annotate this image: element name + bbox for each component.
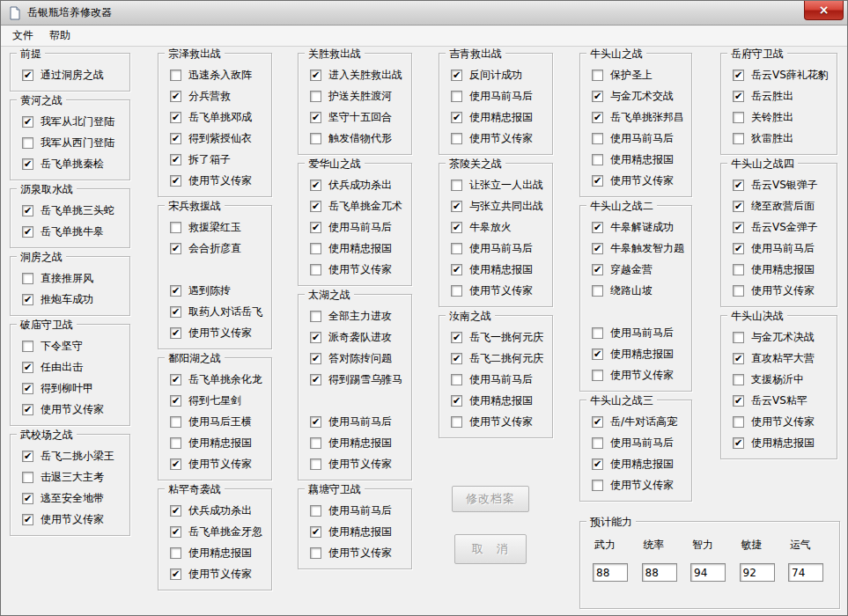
checkbox-row[interactable]: 使用马前马后: [441, 238, 550, 259]
checkbox-row[interactable]: ✔反间计成功: [441, 64, 550, 85]
checkbox-row[interactable]: 让张立一人出战: [441, 174, 550, 195]
checkbox[interactable]: ✔: [733, 353, 744, 364]
checkbox-row[interactable]: ✔取药人对话岳飞: [160, 301, 269, 322]
checkbox-row[interactable]: ✔穿越金营: [582, 259, 689, 280]
checkbox[interactable]: ✔: [733, 180, 744, 191]
checkbox[interactable]: ✔: [170, 91, 181, 102]
checkbox[interactable]: ✔: [170, 374, 181, 385]
checkbox[interactable]: ✔: [451, 332, 462, 343]
checkbox-row[interactable]: ✔任由出击: [12, 356, 128, 378]
checkbox-row[interactable]: ✔使用节义传家: [160, 170, 269, 191]
checkbox-row[interactable]: 使用马前马后: [582, 432, 689, 453]
checkbox-row[interactable]: ✔使用精忠报国: [441, 259, 550, 280]
checkbox[interactable]: ✔: [170, 133, 181, 144]
checkbox[interactable]: ✔: [22, 158, 33, 170]
checkbox-row[interactable]: 护送关胜渡河: [300, 85, 409, 106]
checkbox-row[interactable]: 使用马前马后: [582, 322, 689, 343]
checkbox[interactable]: ✔: [310, 374, 321, 385]
checkbox-row[interactable]: ✔岳飞单挑三头蛇: [12, 200, 128, 221]
checkbox-row[interactable]: ✔岳飞单挑牛皋: [12, 221, 128, 242]
checkbox-row[interactable]: ✔遇到陈抟: [160, 280, 269, 301]
checkbox[interactable]: [310, 264, 321, 275]
stat-value-input[interactable]: [642, 563, 677, 582]
checkbox-row[interactable]: ✔使用节义传家: [160, 563, 269, 584]
checkbox[interactable]: ✔: [310, 332, 321, 343]
checkbox[interactable]: [310, 547, 321, 559]
checkbox[interactable]: [592, 327, 603, 339]
checkbox-row[interactable]: ✔我军从北门登陆: [12, 111, 128, 132]
checkbox-row[interactable]: 狄雷胜出: [723, 128, 835, 149]
checkbox[interactable]: ✔: [170, 526, 181, 538]
checkbox-row[interactable]: ✔与张立共同出战: [441, 195, 550, 216]
checkbox-row[interactable]: 使用节义传家: [582, 474, 689, 495]
checkbox-row[interactable]: 使用精忠报国: [300, 238, 409, 259]
checkbox-row[interactable]: ✔会合折彦直: [160, 238, 269, 259]
checkbox[interactable]: [22, 273, 33, 284]
checkbox-row[interactable]: 关铃胜出: [723, 106, 835, 128]
checkbox-row[interactable]: ✔使用精忠报国: [300, 521, 409, 542]
checkbox[interactable]: ✔: [170, 505, 181, 517]
checkbox-row[interactable]: 与金兀术决战: [723, 326, 835, 348]
checkbox[interactable]: [170, 437, 181, 449]
checkbox[interactable]: ✔: [170, 458, 181, 470]
checkbox[interactable]: ✔: [733, 395, 744, 407]
checkbox[interactable]: ✔: [733, 91, 744, 102]
checkbox-row[interactable]: ✔推炮车成功: [12, 289, 128, 310]
checkbox-row[interactable]: 击退三大主考: [12, 466, 128, 488]
checkbox[interactable]: ✔: [592, 416, 603, 428]
checkbox[interactable]: [310, 505, 321, 517]
checkbox-row[interactable]: 救援梁红玉: [160, 216, 269, 238]
checkbox[interactable]: ✔: [733, 222, 744, 233]
checkbox[interactable]: ✔: [733, 201, 744, 212]
checkbox[interactable]: ✔: [733, 70, 744, 81]
checkbox[interactable]: ✔: [170, 306, 181, 318]
checkbox[interactable]: [310, 311, 321, 322]
checkbox[interactable]: [592, 154, 603, 165]
checkbox[interactable]: [310, 437, 321, 449]
checkbox-row[interactable]: ✔使用节义传家: [12, 399, 128, 420]
checkbox-row[interactable]: ✔逃至安全地带: [12, 488, 128, 509]
checkbox-row[interactable]: ✔直攻粘罕大营: [723, 348, 835, 369]
checkbox[interactable]: ✔: [170, 243, 181, 254]
checkbox-row[interactable]: ✔牛皋解谜成功: [582, 216, 689, 238]
checkbox-row[interactable]: 使用马前马后: [441, 85, 550, 106]
checkbox-row[interactable]: ✔得到七星剑: [160, 390, 269, 411]
checkbox-row[interactable]: ✔使用精忠报国: [723, 432, 835, 453]
checkbox[interactable]: [451, 416, 462, 428]
checkbox[interactable]: [733, 112, 744, 123]
checkbox-row[interactable]: ✔使用节义传家: [160, 322, 269, 343]
checkbox[interactable]: ✔: [22, 451, 33, 462]
checkbox[interactable]: ✔: [451, 222, 462, 233]
checkbox-row[interactable]: ✔绕至敌营后面: [723, 195, 835, 216]
stat-value-input[interactable]: [788, 563, 823, 582]
checkbox-row[interactable]: ✔岳飞一挑何元庆: [441, 326, 550, 348]
checkbox-row[interactable]: ✔使用精忠报国: [582, 343, 689, 364]
checkbox[interactable]: ✔: [733, 437, 744, 449]
checkbox-row[interactable]: ✔使用精忠报国: [441, 390, 550, 411]
checkbox-row[interactable]: 使用精忠报国: [160, 542, 269, 563]
checkbox[interactable]: [733, 264, 744, 275]
menu-item-help[interactable]: 帮助: [41, 26, 78, 46]
checkbox[interactable]: ✔: [451, 201, 462, 212]
checkbox-row[interactable]: ✔岳飞单挑金牙忽: [160, 521, 269, 542]
checkbox-row[interactable]: ✔答对陈抟问题: [300, 348, 409, 369]
checkbox[interactable]: [733, 133, 744, 144]
checkbox[interactable]: ✔: [170, 327, 181, 339]
checkbox-row[interactable]: ✔岳飞单挑邓成: [160, 106, 269, 128]
checkbox-row[interactable]: 使用马后王横: [160, 411, 269, 432]
checkbox-row[interactable]: ✔使用精忠报国: [582, 453, 689, 474]
checkbox[interactable]: ✔: [451, 264, 462, 275]
checkbox-row[interactable]: ✔使用节义传家: [12, 509, 128, 530]
checkbox[interactable]: ✔: [22, 116, 33, 128]
checkbox[interactable]: ✔: [22, 294, 33, 305]
checkbox-row[interactable]: 下令坚守: [12, 335, 128, 356]
checkbox[interactable]: ✔: [592, 348, 603, 360]
checkbox[interactable]: [22, 472, 33, 483]
checkbox-row[interactable]: ✔岳/牛对话高宠: [582, 411, 689, 432]
title-bar[interactable]: 岳银瓶培养修改器 ×: [1, 1, 847, 26]
checkbox-row[interactable]: ✔岳云胜出: [723, 85, 835, 106]
checkbox[interactable]: [592, 370, 603, 381]
checkbox-row[interactable]: 触发借物代形: [300, 128, 409, 149]
checkbox-row[interactable]: 使用节义传家: [300, 453, 409, 474]
checkbox[interactable]: [170, 547, 181, 559]
